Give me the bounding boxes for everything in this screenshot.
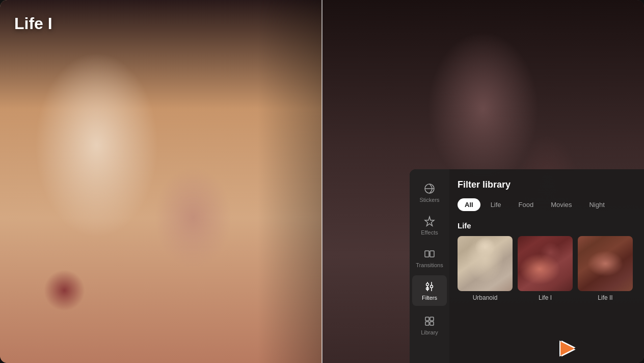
filter-thumbnail-life1	[518, 236, 573, 291]
svg-rect-7	[425, 317, 429, 321]
library-icon	[423, 315, 436, 327]
photo-title: Life I	[14, 14, 52, 33]
svg-rect-9	[425, 322, 429, 325]
filter-item-urbanoid[interactable]: Urbanoid	[458, 236, 513, 301]
photo-divider	[321, 0, 323, 363]
stickers-label: Stickers	[419, 197, 439, 203]
svg-point-4	[426, 283, 429, 286]
section-heading-life: Life	[458, 221, 636, 230]
effects-icon	[423, 215, 436, 227]
tab-movies[interactable]: Movies	[544, 198, 579, 211]
svg-rect-10	[430, 322, 434, 325]
filter-grid: Urbanoid Life I Life II	[458, 236, 636, 301]
effects-label: Effects	[421, 229, 438, 236]
filter-thumbnail-urbanoid	[458, 236, 513, 291]
panel-title: Filter library	[458, 179, 636, 190]
sidebar-item-transitions[interactable]: Transitions	[412, 243, 447, 273]
svg-rect-2	[425, 251, 429, 257]
filter-thumbnail-life2	[578, 236, 633, 291]
panel-content: Filter library All Life Food Movies Nigh…	[449, 169, 644, 363]
tab-food[interactable]: Food	[512, 198, 541, 211]
filter-label-urbanoid: Urbanoid	[473, 294, 498, 301]
sidebar: Stickers Effects Trans	[410, 169, 449, 363]
sidebar-item-stickers[interactable]: Stickers	[412, 177, 447, 208]
filters-label: Filters	[422, 295, 437, 301]
transitions-icon	[423, 248, 436, 260]
filter-item-life2[interactable]: Life II	[578, 236, 633, 301]
filter-tabs: All Life Food Movies Night	[458, 198, 636, 211]
tab-night[interactable]: Night	[582, 198, 611, 211]
photo-left	[0, 0, 322, 363]
library-label: Library	[421, 329, 438, 335]
sidebar-item-effects[interactable]: Effects	[412, 210, 447, 241]
app-container: Life I Stickers	[0, 0, 644, 363]
filter-panel: Stickers Effects Trans	[410, 169, 644, 363]
svg-rect-8	[430, 317, 434, 321]
tab-all[interactable]: All	[458, 198, 480, 211]
transitions-label: Transitions	[416, 262, 443, 268]
filter-label-life2: Life II	[598, 294, 612, 301]
sidebar-item-library[interactable]: Library	[412, 310, 447, 341]
svg-marker-1	[425, 217, 434, 226]
tab-life[interactable]: Life	[484, 198, 508, 211]
sidebar-item-filters[interactable]: Filters	[412, 275, 447, 306]
svg-rect-3	[430, 251, 434, 257]
filter-label-life1: Life I	[539, 294, 552, 301]
svg-point-5	[431, 286, 433, 288]
filters-icon	[423, 280, 436, 293]
filter-item-life1[interactable]: Life I	[518, 236, 573, 301]
stickers-icon	[423, 183, 436, 195]
